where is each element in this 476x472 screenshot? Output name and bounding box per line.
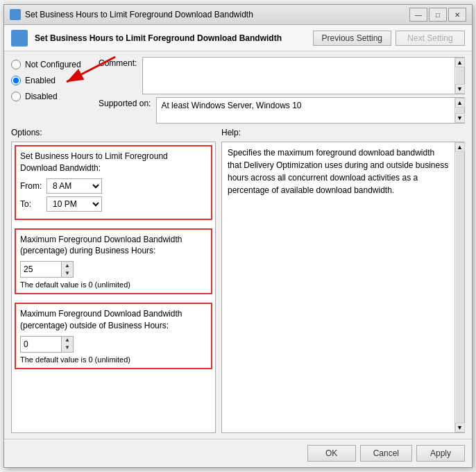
- from-select[interactable]: 8 AM 9 AM 10 AM: [46, 178, 102, 194]
- outside-hours-spin-down[interactable]: ▼: [62, 344, 73, 352]
- next-setting-button[interactable]: Next Setting: [396, 31, 465, 46]
- during-hours-spin-down[interactable]: ▼: [62, 269, 73, 277]
- ok-button[interactable]: OK: [307, 445, 356, 462]
- outside-hours-spinners: ▲ ▼: [62, 336, 74, 353]
- window-icon: [10, 9, 21, 20]
- footer: OK Cancel Apply: [4, 439, 472, 467]
- during-hours-spinners: ▲ ▼: [62, 261, 74, 278]
- main-window: Set Business Hours to Limit Foreground D…: [3, 4, 473, 468]
- during-hours-label: Maximum Foreground Download Bandwidth (p…: [20, 234, 207, 258]
- enabled-label: Enabled: [25, 76, 56, 85]
- previous-setting-button[interactable]: Previous Setting: [313, 31, 391, 46]
- apply-button[interactable]: Apply: [416, 445, 465, 462]
- disabled-radio[interactable]: [11, 92, 21, 101]
- during-hours-block: Maximum Foreground Download Bandwidth (p…: [15, 228, 212, 295]
- enabled-radio[interactable]: [11, 76, 21, 85]
- comment-scroll-up[interactable]: ▲: [455, 58, 465, 67]
- from-row: From: 8 AM 9 AM 10 AM: [20, 178, 207, 194]
- business-hours-label: Set Business Hours to Limit Foreground D…: [20, 151, 207, 174]
- to-row: To: 10 PM 9 PM 11 PM: [20, 196, 207, 212]
- options-panel: Set Business Hours to Limit Foreground D…: [11, 142, 216, 433]
- outside-hours-spinner-wrapper: ▲ ▼: [20, 336, 207, 353]
- outside-hours-value[interactable]: [20, 336, 62, 353]
- spacer2: [15, 297, 212, 300]
- navigation-buttons: Previous Setting Next Setting: [313, 31, 465, 46]
- not-configured-row: Not Configured: [11, 57, 87, 72]
- help-text: Specifies the maximum foreground downloa…: [222, 142, 454, 432]
- comment-label: Comment:: [99, 58, 137, 68]
- to-select[interactable]: 10 PM 9 PM 11 PM: [46, 196, 102, 212]
- help-section-label-container: Help:: [221, 128, 465, 137]
- options-section-label-container: Options:: [11, 128, 216, 137]
- business-hours-block: Set Business Hours to Limit Foreground D…: [15, 145, 212, 220]
- outside-hours-block: Maximum Foreground Download Bandwidth (p…: [15, 303, 212, 369]
- maximize-button[interactable]: □: [429, 8, 447, 22]
- comment-supported-section: Comment: ▲ ▼ Supported on: At least: [99, 57, 465, 124]
- outside-hours-default: The default value is 0 (unlimited): [20, 355, 207, 364]
- help-scroll-up[interactable]: ▲: [455, 142, 465, 152]
- disabled-label: Disabled: [25, 92, 58, 101]
- main-content: Not Configured Enabled Disabled: [4, 51, 472, 439]
- options-label: Options:: [11, 128, 42, 137]
- not-configured-label: Not Configured: [25, 60, 81, 69]
- comment-row: Comment: ▲ ▼: [99, 57, 465, 94]
- supported-value-wrapper: At least Windows Server, Windows 10 ▲ ▼: [156, 97, 465, 124]
- minimize-button[interactable]: —: [409, 8, 427, 22]
- disabled-row: Disabled: [11, 89, 87, 104]
- supported-on-row: Supported on: At least Windows Server, W…: [99, 97, 465, 124]
- title-bar: Set Business Hours to Limit Foreground D…: [4, 5, 472, 25]
- supported-scroll-up[interactable]: ▲: [455, 98, 465, 108]
- window-title: Set Business Hours to Limit Foreground D…: [25, 10, 405, 19]
- comment-scrollbar: ▲ ▼: [454, 58, 464, 94]
- header-icon: [11, 30, 28, 47]
- comment-textarea[interactable]: [143, 58, 454, 94]
- close-button[interactable]: ✕: [448, 8, 466, 22]
- radio-section: Not Configured Enabled Disabled: [11, 57, 87, 104]
- outside-hours-spin-up[interactable]: ▲: [62, 337, 73, 344]
- not-configured-radio[interactable]: [11, 60, 21, 69]
- comment-scroll-down[interactable]: ▼: [455, 84, 465, 94]
- help-text-wrapper: Specifies the maximum foreground downloa…: [221, 142, 465, 433]
- help-label: Help:: [221, 128, 241, 137]
- header-bar: Set Business Hours to Limit Foreground D…: [4, 25, 472, 51]
- comment-box-wrapper: ▲ ▼: [142, 57, 465, 94]
- enabled-row: Enabled: [11, 73, 87, 88]
- supported-scrollbar: ▲ ▼: [454, 98, 464, 123]
- help-scroll-down[interactable]: ▼: [455, 423, 465, 432]
- supported-on-label: Supported on:: [99, 99, 151, 108]
- during-hours-value[interactable]: [20, 261, 62, 278]
- during-hours-default: The default value is 0 (unlimited): [20, 280, 207, 289]
- during-hours-spinner-wrapper: ▲ ▼: [20, 261, 207, 278]
- supported-scroll-down[interactable]: ▼: [455, 113, 465, 123]
- options-help-labels: Options: Help:: [11, 128, 465, 137]
- to-label: To:: [20, 199, 42, 209]
- during-hours-spin-up[interactable]: ▲: [62, 262, 73, 269]
- window-controls: — □ ✕: [409, 8, 466, 22]
- supported-scroll-track: [456, 108, 464, 113]
- comment-scroll-track: [456, 67, 464, 84]
- cancel-button[interactable]: Cancel: [360, 445, 412, 462]
- help-panel: Specifies the maximum foreground downloa…: [221, 142, 465, 433]
- options-help-container: Set Business Hours to Limit Foreground D…: [11, 142, 465, 433]
- header-title: Set Business Hours to Limit Foreground D…: [35, 33, 306, 43]
- from-label: From:: [20, 181, 42, 191]
- spacer1: [15, 223, 212, 226]
- help-scrollbar: ▲ ▼: [454, 142, 464, 432]
- outside-hours-label: Maximum Foreground Download Bandwidth (p…: [20, 308, 207, 332]
- supported-value-text: At least Windows Server, Windows 10: [157, 98, 454, 123]
- help-scroll-track: [456, 152, 464, 423]
